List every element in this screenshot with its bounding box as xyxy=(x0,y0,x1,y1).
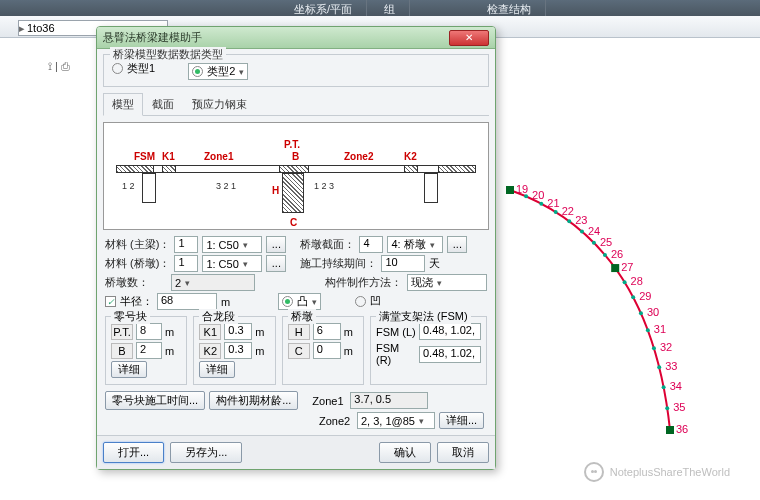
mat-main-more[interactable]: ... xyxy=(266,236,286,253)
zero-detail[interactable]: 详细 xyxy=(111,361,147,378)
svg-point-28 xyxy=(652,346,656,350)
zone1-input[interactable]: 3.7, 0.5 xyxy=(350,392,428,409)
svg-point-30 xyxy=(657,365,661,369)
tab-section[interactable]: 截面 xyxy=(143,93,183,116)
btn-zero-time[interactable]: 零号块施工时间... xyxy=(105,391,205,410)
pier-sec-more[interactable]: ... xyxy=(447,236,467,253)
h-input[interactable]: 6 xyxy=(313,323,341,340)
c-input[interactable]: 0 xyxy=(313,342,341,359)
svg-point-36 xyxy=(668,428,672,432)
svg-text:24: 24 xyxy=(588,225,600,237)
svg-text:30: 30 xyxy=(647,306,659,318)
svg-rect-2 xyxy=(506,186,514,194)
watermark: NoteplusShareTheWorld xyxy=(584,462,730,482)
pier-sec-num[interactable]: 4 xyxy=(359,236,383,253)
zone-detail[interactable]: 详细... xyxy=(439,412,484,429)
radio-convex[interactable]: 凸 xyxy=(278,293,321,310)
svg-text:31: 31 xyxy=(654,323,666,335)
fab-method[interactable]: 现浇 xyxy=(407,274,487,291)
tab-bar: 模型 截面 预应力钢束 xyxy=(103,92,489,116)
svg-text:25: 25 xyxy=(600,236,612,248)
svg-text:21: 21 xyxy=(547,197,559,209)
group-fsm: 满堂支架法 (FSM) FSM (L)0.48, 1.02, FSM (R)0.… xyxy=(370,316,487,385)
group-zero-block: 零号块 P.T.8m B2m 详细 xyxy=(105,316,187,385)
group-pier: 桥墩 H6m C0m xyxy=(282,316,364,385)
fsml-input[interactable]: 0.48, 1.02, xyxy=(419,323,481,340)
svg-rect-38 xyxy=(666,426,674,434)
svg-point-24 xyxy=(639,311,643,315)
pier-count[interactable]: 2 xyxy=(171,274,255,291)
svg-point-26 xyxy=(646,328,650,332)
svg-point-20 xyxy=(623,280,627,284)
btn-init-age[interactable]: 构件初期材龄... xyxy=(209,391,298,410)
radio-concave[interactable]: 凹 xyxy=(355,294,381,309)
cancel-button[interactable]: 取消 xyxy=(437,442,489,463)
radius-check[interactable]: 半径： xyxy=(105,294,153,309)
radio-type2[interactable]: 类型2 xyxy=(188,63,248,80)
svg-point-9 xyxy=(567,219,571,223)
svg-point-32 xyxy=(662,385,666,389)
svg-point-34 xyxy=(665,406,669,410)
mat-main-sel[interactable]: 1: C50 xyxy=(202,236,262,253)
mat-pier-sel[interactable]: 1: C50 xyxy=(202,255,262,272)
ok-button[interactable]: 确认 xyxy=(379,442,431,463)
mat-main-num[interactable]: 1 xyxy=(174,236,198,253)
svg-point-0 xyxy=(508,188,512,192)
fsmr-input[interactable]: 0.48, 1.02, xyxy=(419,346,481,363)
radius-input[interactable]: 68 xyxy=(157,293,217,310)
open-button[interactable]: 打开... xyxy=(103,442,164,463)
svg-point-11 xyxy=(580,230,584,234)
saveas-button[interactable]: 另存为... xyxy=(170,442,242,463)
svg-text:33: 33 xyxy=(665,360,677,372)
svg-text:36: 36 xyxy=(676,423,688,435)
svg-text:29: 29 xyxy=(639,290,651,302)
pier-sec-sel[interactable]: 4: 桥墩 xyxy=(387,236,443,253)
tree-toolbar: ⟟ | ⎙ xyxy=(48,60,70,73)
k2-input[interactable]: 0.3 xyxy=(224,342,252,359)
svg-point-13 xyxy=(592,241,596,245)
svg-point-5 xyxy=(539,202,543,206)
duration-input[interactable]: 10 xyxy=(381,255,425,272)
wechat-icon xyxy=(584,462,604,482)
svg-text:27: 27 xyxy=(621,261,633,273)
data-type-legend: 桥梁模型数据数据类型 xyxy=(110,47,226,62)
svg-point-3 xyxy=(524,194,528,198)
svg-text:32: 32 xyxy=(660,341,672,353)
fcm-wizard-dialog: 悬臂法桥梁建模助手 ✕ 桥梁模型数据数据类型 类型1 类型2 模型 截面 预应力… xyxy=(96,26,496,470)
tab-model[interactable]: 模型 xyxy=(103,93,143,116)
k1-input[interactable]: 0.3 xyxy=(224,323,252,340)
mat-pier-num[interactable]: 1 xyxy=(174,255,198,272)
svg-text:28: 28 xyxy=(631,275,643,287)
svg-text:19: 19 xyxy=(516,183,528,195)
group-closure: 合龙段 K10.3m K20.3m 详细 xyxy=(193,316,275,385)
svg-text:20: 20 xyxy=(532,189,544,201)
closure-detail[interactable]: 详细 xyxy=(199,361,235,378)
data-type-frame: 桥梁模型数据数据类型 类型1 类型2 xyxy=(103,54,489,87)
svg-text:23: 23 xyxy=(575,214,587,226)
dialog-buttons: 打开... 另存为... 确认 取消 xyxy=(97,435,495,469)
dialog-titlebar[interactable]: 悬臂法桥梁建模助手 ✕ xyxy=(97,27,495,49)
svg-point-22 xyxy=(631,295,635,299)
model-viewport-curve: 192021222324252627282930313233343536 xyxy=(490,180,750,440)
svg-rect-19 xyxy=(611,264,619,272)
bridge-diagram: FSM K1 Zone1 P.T. B Zone2 K2 H C 1 2 3 2… xyxy=(103,122,489,230)
tab-prestress[interactable]: 预应力钢束 xyxy=(183,93,256,116)
svg-point-15 xyxy=(603,253,607,257)
svg-point-7 xyxy=(554,210,558,214)
radio-type1[interactable]: 类型1 xyxy=(112,61,155,76)
svg-text:35: 35 xyxy=(673,401,685,413)
mat-pier-more[interactable]: ... xyxy=(266,255,286,272)
svg-text:22: 22 xyxy=(562,205,574,217)
app-ribbon: 坐标系/平面 组 检查结构 xyxy=(0,0,760,16)
b-input[interactable]: 2 xyxy=(136,342,162,359)
zone2-input[interactable]: 2, 3, 1@85 xyxy=(357,412,435,429)
svg-text:26: 26 xyxy=(611,248,623,260)
pt-input[interactable]: 8 xyxy=(136,323,162,340)
svg-text:34: 34 xyxy=(670,380,682,392)
svg-point-17 xyxy=(613,266,617,270)
dialog-title: 悬臂法桥梁建模助手 xyxy=(103,30,449,45)
close-button[interactable]: ✕ xyxy=(449,30,489,46)
